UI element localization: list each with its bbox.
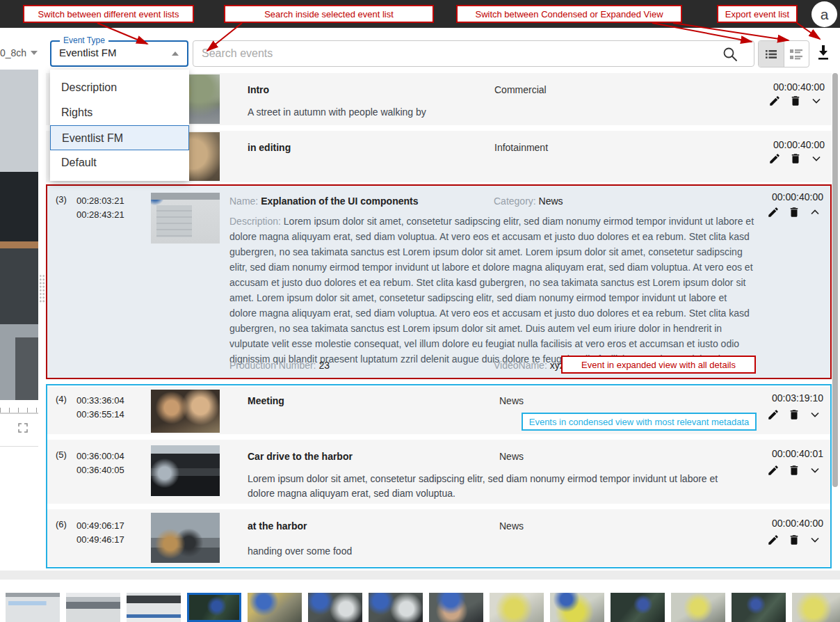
- fullscreen-icon[interactable]: [18, 423, 28, 436]
- filmstrip-thumb[interactable]: [732, 593, 786, 622]
- event-duration: 00:00:40:01: [772, 448, 823, 459]
- filmstrip-thumb[interactable]: [66, 593, 120, 622]
- trash-icon: [789, 152, 802, 165]
- trash-icon: [788, 408, 800, 421]
- event-name-field: Name: Explanation of the UI components: [229, 196, 418, 207]
- event-description: Lorem ipsum dolor sit amet, consetetur s…: [248, 472, 727, 501]
- edit-button[interactable]: [766, 463, 780, 477]
- filmstrip-thumb[interactable]: [490, 593, 544, 622]
- event-description: Lorem ipsum dolor sit amet, consetetur s…: [229, 216, 754, 365]
- panel-resize-handle[interactable]: [39, 274, 46, 303]
- event-type-label: Event Type: [60, 35, 108, 45]
- delete-button[interactable]: [789, 152, 802, 166]
- event-name: Intro: [248, 84, 269, 95]
- expand-button[interactable]: [809, 152, 823, 166]
- event-name: Car drive to the harbor: [248, 451, 353, 462]
- event-category-field: Category: News: [494, 196, 563, 207]
- delete-button[interactable]: [787, 463, 801, 477]
- search-input[interactable]: [193, 41, 754, 66]
- filmstrip-thumb-selected[interactable]: [187, 593, 241, 622]
- event-number: (5): [56, 449, 67, 460]
- production-number: 23: [318, 360, 330, 371]
- filmstrip-thumb[interactable]: [127, 593, 181, 622]
- event-category: Commercial: [494, 84, 547, 95]
- video-name-label: VideoName:: [494, 360, 547, 371]
- filmstrip-scroll-track[interactable]: [0, 571, 840, 580]
- pencil-icon: [768, 95, 781, 107]
- expand-button[interactable]: [808, 463, 822, 477]
- condensed-view-button[interactable]: [759, 41, 784, 67]
- event-duration: 00:00:40:00: [772, 518, 823, 529]
- list-view-icon: [764, 47, 779, 61]
- delete-button[interactable]: [789, 94, 802, 108]
- menu-item-rights[interactable]: Rights: [50, 100, 189, 125]
- edit-button[interactable]: [768, 152, 782, 166]
- filmstrip-thumb[interactable]: [611, 593, 665, 622]
- filmstrip-thumb[interactable]: [6, 593, 60, 622]
- callout-export-event-list: Export event list: [717, 5, 798, 23]
- timecode-out: 00:36:40:05: [76, 463, 124, 477]
- clip-name-dropdown[interactable]: 0_8ch: [0, 47, 38, 58]
- expanded-view-icon: [789, 47, 804, 61]
- timecode-out: 00:28:43:21: [76, 208, 124, 222]
- search-icon[interactable]: [722, 46, 738, 65]
- expand-button[interactable]: [808, 533, 822, 547]
- video-preview-frame: [0, 70, 38, 400]
- event-duration: 00:00:40:00: [772, 191, 823, 202]
- event-number: (4): [56, 394, 67, 404]
- filmstrip-thumb[interactable]: [792, 593, 840, 622]
- pencil-icon: [767, 534, 780, 546]
- delete-button[interactable]: [787, 205, 801, 219]
- event-type-select[interactable]: Event Type Eventlist FM: [50, 40, 188, 67]
- event-number: (3): [56, 194, 67, 205]
- chevron-down-icon: [809, 152, 823, 166]
- event-category: News: [499, 451, 524, 462]
- expand-button[interactable]: [809, 94, 823, 108]
- filmstrip-thumb[interactable]: [369, 593, 423, 622]
- filmstrip-thumb[interactable]: [308, 593, 362, 622]
- trash-icon: [789, 95, 802, 107]
- view-toggle-group: [758, 40, 809, 67]
- trash-icon: [788, 534, 800, 546]
- edit-button[interactable]: [766, 205, 780, 219]
- chevron-down-icon: [31, 51, 38, 55]
- edit-button[interactable]: [766, 408, 780, 422]
- delete-button[interactable]: [787, 408, 801, 422]
- clip-name-label: 0_8ch: [0, 47, 26, 58]
- filmstrip-thumb[interactable]: [671, 593, 725, 622]
- vertical-scrollbar[interactable]: [832, 73, 838, 487]
- event-duration: 00:03:19:10: [772, 392, 823, 404]
- event-name: Explanation of the UI components: [261, 196, 418, 207]
- trash-icon: [788, 464, 800, 477]
- trash-icon: [788, 206, 800, 218]
- chevron-down-icon: [808, 408, 822, 422]
- callout-expanded-view: Event in expanded view with all details: [561, 356, 756, 374]
- edit-button[interactable]: [768, 94, 782, 108]
- timecode-out: 00:49:46:17: [76, 533, 124, 547]
- timecode-in: 00:28:03:21: [76, 194, 124, 208]
- collapse-button[interactable]: [808, 205, 822, 219]
- event-row-car-drive[interactable]: (5) 00:36:00:04 00:36:40:05 Car drive to…: [47, 440, 830, 504]
- timecode-in: 00:36:00:04: [76, 449, 124, 463]
- event-row-at-the-harbor[interactable]: (6) 00:49:06:17 00:49:46:17 at the harbo…: [47, 509, 830, 566]
- event-row-expanded[interactable]: (3) 00:28:03:21 00:28:43:21 Name: Explan…: [46, 184, 832, 379]
- avatar[interactable]: a: [811, 1, 837, 27]
- filmstrip-thumb[interactable]: [248, 593, 302, 622]
- filmstrip-thumb[interactable]: [550, 593, 604, 622]
- edit-button[interactable]: [766, 533, 780, 547]
- timeline-ruler[interactable]: [0, 408, 38, 414]
- event-category: News: [539, 196, 563, 207]
- menu-item-description[interactable]: Description: [50, 75, 189, 100]
- event-category: News: [499, 395, 524, 406]
- timecode-out: 00:36:55:14: [76, 408, 124, 422]
- expand-button[interactable]: [808, 408, 822, 422]
- menu-item-eventlist-fm[interactable]: Eventlist FM: [50, 125, 189, 150]
- callout-condensed-view: Events in condensed view with most relev…: [522, 413, 757, 431]
- export-button[interactable]: [815, 42, 832, 62]
- pencil-icon: [767, 408, 780, 421]
- delete-button[interactable]: [787, 533, 801, 547]
- event-description: handing over some food: [248, 545, 352, 557]
- expanded-view-button[interactable]: [784, 41, 809, 67]
- filmstrip-thumb[interactable]: [429, 593, 483, 622]
- menu-item-default[interactable]: Default: [50, 150, 189, 175]
